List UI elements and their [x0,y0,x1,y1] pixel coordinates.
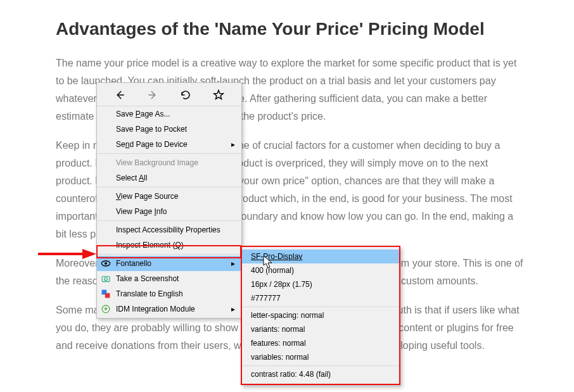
menu-inspect-element[interactable]: Inspect Element (Q) [97,237,241,253]
menu-separator [97,254,241,255]
menu-separator [97,220,241,221]
menu-separator [242,365,399,366]
context-nav-row [97,84,241,106]
fontanello-submenu[interactable]: SF-Pro-Display 400 (normal) 16px / 28px … [241,246,400,385]
submenu-contrast-ratio[interactable]: contrast ratio: 4.48 (fail) [242,367,399,381]
menu-idm-integration[interactable]: IDM Integration Module ▸ [97,301,241,317]
fontanello-icon [101,258,111,269]
menu-separator [97,187,241,187]
menu-send-page-to-device[interactable]: Send Page to Device ▸ [97,137,241,152]
reload-icon[interactable] [179,88,193,102]
menu-separator [242,307,399,307]
submenu-letter-spacing[interactable]: letter-spacing: normal [242,308,399,322]
submenu-features[interactable]: features: normal [242,336,399,350]
article-title: Advantages of the 'Name Your Price' Pric… [56,18,523,41]
back-icon[interactable] [113,88,127,102]
camera-icon [101,274,111,284]
translate-icon [101,289,111,299]
menu-view-page-info[interactable]: View Page Info [97,204,241,219]
menu-fontanello[interactable]: Fontanello ▸ [97,256,241,271]
svg-point-3 [105,262,107,265]
idm-icon [101,304,111,314]
menu-translate-to-english[interactable]: Translate to English [97,286,241,301]
menu-take-screenshot[interactable]: Take a Screenshot [97,271,241,286]
submenu-font-family[interactable]: SF-Pro-Display [242,250,399,263]
menu-separator [97,153,241,154]
menu-inspect-accessibility[interactable]: Inspect Accessibility Properties [97,222,241,237]
submenu-variants[interactable]: variants: normal [242,322,399,336]
menu-save-page-to-pocket[interactable]: Save Page to Pocket [97,122,241,137]
svg-point-5 [105,277,108,281]
submenu-variables[interactable]: variables: normal [242,350,399,364]
chevron-right-icon: ▸ [231,303,235,315]
submenu-font-weight[interactable]: 400 (normal) [242,263,399,277]
forward-icon[interactable] [146,88,160,102]
menu-view-page-source[interactable]: View Page Source [97,189,241,204]
bookmark-icon[interactable] [212,88,226,102]
menu-save-page-as[interactable]: Save Page As... [97,106,241,122]
svg-rect-7 [105,293,110,298]
chevron-right-icon: ▸ [231,138,235,151]
submenu-font-color[interactable]: #777777 [242,291,399,305]
menu-select-all[interactable]: Select All [97,170,241,186]
menu-view-background-image: View Background Image [97,155,241,170]
chevron-right-icon: ▸ [231,257,235,270]
context-menu[interactable]: Save Page As... Save Page to Pocket Send… [96,82,242,319]
submenu-font-size[interactable]: 16px / 28px (1.75) [242,277,399,291]
